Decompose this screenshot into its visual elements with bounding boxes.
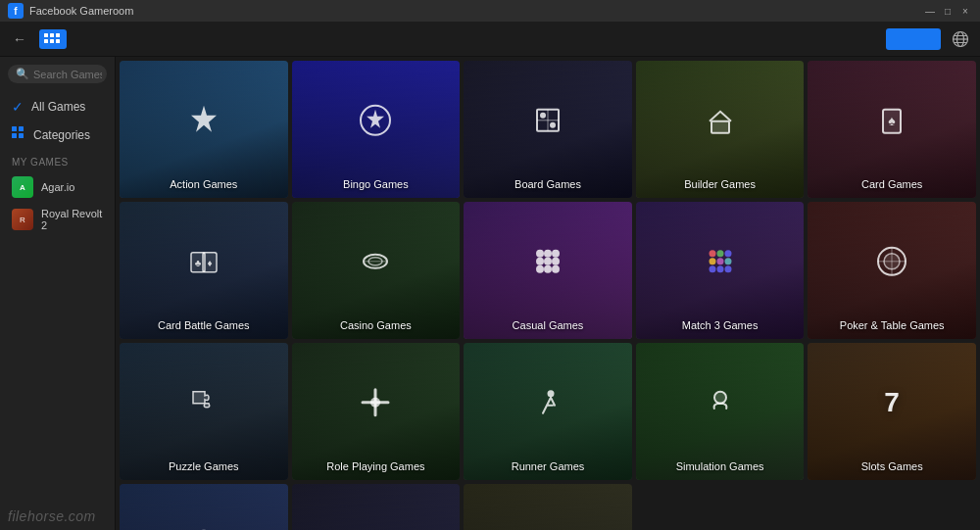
- card-overlay: [292, 484, 461, 530]
- svg-point-46: [716, 265, 723, 272]
- svg-point-40: [716, 250, 723, 257]
- search-box[interactable]: 🔍: [8, 65, 107, 83]
- poker-label: Poker & Table Games: [836, 319, 949, 339]
- svg-point-53: [547, 390, 554, 397]
- search-input[interactable]: [33, 69, 102, 80]
- casino-icon: [357, 243, 394, 289]
- svg-point-37: [544, 265, 552, 273]
- watermark: filehorse.com: [8, 508, 96, 524]
- category-card-action[interactable]: Action Games: [120, 61, 288, 198]
- category-card-slots[interactable]: 7 Slots Games: [808, 343, 976, 480]
- appbar: ←: [0, 22, 980, 57]
- all-games-label: All Games: [31, 100, 85, 114]
- svg-point-41: [724, 250, 731, 257]
- casual-icon: [529, 243, 566, 289]
- sidebar-game-royal-revolt[interactable]: R Royal Revolt 2: [0, 203, 115, 236]
- agario-label: Agar.io: [41, 181, 74, 193]
- casino-label: Casino Games: [336, 319, 416, 339]
- cardbattle-label: Card Battle Games: [154, 319, 254, 339]
- svg-point-18: [540, 113, 546, 119]
- puzzle-icon: [185, 384, 222, 430]
- category-card-trivia[interactable]: FZ Trivia & Word Games: [464, 484, 632, 530]
- category-card-strategy[interactable]: Strategy Games: [292, 484, 461, 530]
- card-label: Card Games: [858, 178, 926, 198]
- svg-text:♠: ♠: [888, 113, 896, 128]
- card-overlay: [464, 484, 632, 530]
- svg-point-19: [550, 122, 556, 128]
- globe-button[interactable]: [949, 27, 972, 51]
- category-card-puzzle[interactable]: Puzzle Games: [120, 343, 288, 480]
- svg-rect-13: [19, 126, 24, 131]
- svg-point-47: [724, 265, 731, 272]
- svg-point-43: [716, 258, 723, 265]
- titlebar-logo: f: [8, 3, 24, 19]
- casual-label: Casual Games: [509, 319, 588, 339]
- back-button[interactable]: ←: [8, 27, 31, 51]
- trivia-icon: FZ: [529, 525, 566, 530]
- builder-icon: [702, 102, 739, 148]
- agario-thumb: A: [12, 176, 33, 198]
- svg-point-35: [552, 258, 560, 265]
- svg-text:7: 7: [884, 387, 900, 417]
- category-card-runner[interactable]: Runner Games: [464, 343, 632, 480]
- category-card-casino[interactable]: Casino Games: [292, 202, 461, 339]
- board-icon: [529, 102, 566, 148]
- titlebar-title: Facebook Gameroom: [29, 5, 133, 17]
- svg-text:♣: ♣: [195, 258, 202, 268]
- sidebar-game-agario[interactable]: A Agar.io: [0, 171, 115, 203]
- svg-rect-15: [19, 133, 24, 138]
- royal-revolt-thumb: R: [12, 209, 33, 230]
- titlebar-controls[interactable]: — □ ×: [923, 4, 972, 18]
- sidebar: 🔍 ✓ All Games Categories MY GAMES A Agar…: [0, 57, 116, 530]
- svg-rect-12: [12, 126, 17, 131]
- grid-icon: [12, 126, 25, 143]
- rpg-label: Role Playing Games: [322, 460, 428, 480]
- svg-rect-20: [711, 121, 729, 133]
- bingo-icon: [357, 102, 394, 148]
- close-button[interactable]: ×: [958, 4, 972, 18]
- slots-label: Slots Games: [858, 460, 927, 480]
- svg-point-39: [709, 250, 715, 257]
- back-icon: ←: [13, 31, 26, 47]
- category-card-simulation[interactable]: Simulation Games: [636, 343, 805, 480]
- logo-letter: f: [14, 6, 17, 17]
- svg-point-32: [552, 250, 560, 258]
- sidebar-item-categories[interactable]: Categories: [0, 120, 115, 149]
- bingo-label: Bingo Games: [339, 178, 413, 198]
- login-button[interactable]: [886, 28, 941, 50]
- slots-icon: 7: [873, 384, 910, 430]
- card-icon: ♠: [873, 102, 910, 148]
- category-card-cardbattle[interactable]: ♣♦ Card Battle Games: [120, 202, 288, 339]
- minimize-button[interactable]: —: [923, 4, 937, 18]
- svg-point-44: [724, 258, 731, 265]
- cardbattle-icon: ♣♦: [185, 243, 222, 289]
- svg-point-36: [536, 265, 544, 273]
- category-card-sports[interactable]: Sports Games: [120, 484, 288, 530]
- category-card-match3[interactable]: Match 3 Games: [636, 202, 805, 339]
- category-card-board[interactable]: Board Games: [464, 61, 632, 198]
- action-label: Action Games: [166, 178, 241, 198]
- sidebar-item-all-games[interactable]: ✓ All Games: [0, 93, 115, 120]
- maximize-button[interactable]: □: [941, 4, 955, 18]
- watermark-text: filehorse.com: [8, 508, 96, 524]
- main-layout: 🔍 ✓ All Games Categories MY GAMES A Agar…: [0, 57, 980, 530]
- board-label: Board Games: [511, 178, 585, 198]
- svg-point-30: [536, 250, 544, 258]
- svg-rect-1: [44, 33, 48, 37]
- titlebar-left: f Facebook Gameroom: [8, 3, 133, 19]
- svg-point-52: [370, 398, 380, 408]
- category-card-card[interactable]: ♠ Card Games: [808, 61, 976, 198]
- category-card-builder[interactable]: Builder Games: [636, 61, 805, 198]
- svg-text:♦: ♦: [207, 258, 212, 268]
- category-card-casual[interactable]: Casual Games: [464, 202, 632, 339]
- royal-revolt-label: Royal Revolt 2: [41, 208, 103, 231]
- svg-point-54: [714, 392, 726, 404]
- card-overlay: [120, 484, 288, 530]
- category-card-poker[interactable]: Poker & Table Games: [808, 202, 976, 339]
- my-games-section-label: MY GAMES: [0, 149, 115, 171]
- svg-point-31: [544, 250, 552, 258]
- content-area: Action Games Bingo Games Board Games Bui…: [116, 57, 980, 530]
- category-card-rpg[interactable]: Role Playing Games: [292, 343, 461, 480]
- svg-point-33: [536, 258, 544, 265]
- category-card-bingo[interactable]: Bingo Games: [292, 61, 461, 198]
